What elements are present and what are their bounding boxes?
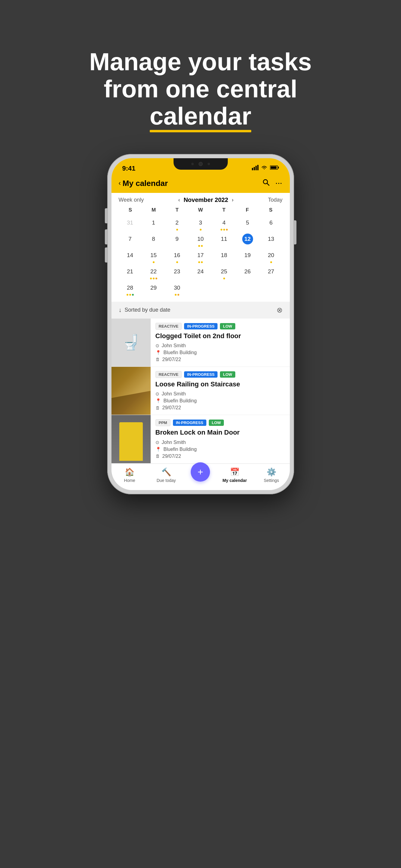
tag-in-progress-1: IN-PROGRESS	[184, 323, 218, 330]
bottom-nav: 🏠 Home 🔨 Due today + 📅 My calendar ⚙️ Se…	[111, 464, 290, 490]
task-tags-3: PPM IN-PROGRESS LOW	[156, 419, 285, 426]
nav-settings[interactable]: ⚙️ Settings	[259, 467, 283, 483]
cal-day-30[interactable]: 30	[166, 281, 189, 297]
cal-day-2[interactable]: 2	[166, 216, 189, 232]
svg-line-8	[267, 184, 269, 186]
cal-day-5[interactable]: 5	[236, 216, 259, 232]
add-icon: +	[198, 467, 203, 478]
task-card-3[interactable]: PPM IN-PROGRESS LOW Broken Lock on Main …	[111, 415, 290, 463]
cal-day-19[interactable]: 19	[236, 249, 259, 264]
calendar-section: Week only ‹ November 2022 › Today S M T …	[111, 193, 290, 302]
day-header-t2: T	[212, 206, 236, 214]
cal-day-26[interactable]: 26	[236, 265, 259, 281]
calendar-icon-2: 🗓	[156, 405, 160, 410]
cal-empty-2	[213, 281, 236, 297]
cal-day-4[interactable]: 4	[213, 216, 236, 232]
cal-day-25[interactable]: 25	[213, 265, 236, 281]
phone-mockup: 9:41	[107, 154, 294, 494]
back-button[interactable]: ‹	[119, 179, 121, 187]
cal-day-6[interactable]: 6	[260, 216, 282, 232]
calendar-grid: 31 1 2 3 4 5 6 7 8 9 10 11 12 13 14	[119, 216, 282, 297]
cal-day-9[interactable]: 9	[166, 232, 189, 248]
tag-ppm-3: PPM	[156, 419, 170, 426]
cal-day-13[interactable]: 13	[260, 232, 282, 248]
status-icons	[252, 165, 279, 172]
nav-due-today[interactable]: 🔨 Due today	[154, 467, 178, 483]
day-header-w: W	[189, 206, 212, 214]
svg-rect-0	[252, 168, 253, 170]
task-location-1: 📍 Bluefin Building	[156, 350, 285, 355]
cal-day-22[interactable]: 22	[142, 265, 165, 281]
location-icon-1: 📍	[156, 350, 161, 355]
tag-low-3: LOW	[209, 420, 224, 426]
task-tags-1: REACTIVE IN-PROGRESS LOW	[156, 323, 285, 330]
cal-day-27[interactable]: 27	[260, 265, 282, 281]
cal-day-24[interactable]: 24	[189, 265, 212, 281]
cal-day-1[interactable]: 1	[142, 216, 165, 232]
cal-empty-3	[236, 281, 259, 297]
task-list: REACTIVE IN-PROGRESS LOW Clogged Toilet …	[111, 318, 290, 464]
task-title-1: Clogged Toilet on 2nd floor	[156, 332, 285, 340]
person-icon-2: ⊙	[156, 391, 159, 397]
hero-section: Manage your tasks from one central calen…	[89, 24, 311, 130]
week-only-label[interactable]: Week only	[119, 197, 144, 203]
notch-speaker	[191, 163, 194, 165]
sort-close-button[interactable]: ⊗	[276, 306, 282, 314]
prev-month-button[interactable]: ‹	[178, 197, 180, 203]
assignee-name-1: John Smith	[162, 343, 186, 348]
calendar-nav-icon: 📅	[230, 467, 239, 477]
cal-day-18[interactable]: 18	[213, 249, 236, 264]
cal-day-3[interactable]: 3	[189, 216, 212, 232]
cal-day-8[interactable]: 8	[142, 232, 165, 248]
svg-rect-3	[257, 165, 259, 170]
cal-empty-4	[260, 281, 282, 297]
search-icon[interactable]	[262, 179, 270, 188]
calendar-icon-3: 🗓	[156, 454, 160, 459]
cal-day-21[interactable]: 21	[119, 265, 142, 281]
cal-day-15[interactable]: 15	[142, 249, 165, 264]
nav-my-calendar[interactable]: 📅 My calendar	[222, 467, 247, 483]
cal-day-14[interactable]: 14	[119, 249, 142, 264]
cal-day-7[interactable]: 7	[119, 232, 142, 248]
cal-day-31[interactable]: 31	[119, 216, 142, 232]
cal-day-23[interactable]: 23	[166, 265, 189, 281]
location-name-2: Bluefin Building	[164, 398, 197, 404]
task-content-1: REACTIVE IN-PROGRESS LOW Clogged Toilet …	[151, 318, 290, 367]
task-card-2[interactable]: REACTIVE IN-PROGRESS LOW Loose Railing o…	[111, 367, 290, 415]
tag-low-2: LOW	[220, 371, 235, 378]
notch-camera	[199, 162, 203, 166]
nav-home[interactable]: 🏠 Home	[118, 467, 142, 483]
phone-notch	[173, 158, 228, 170]
home-icon: 🏠	[125, 467, 134, 477]
task-content-2: REACTIVE IN-PROGRESS LOW Loose Railing o…	[151, 367, 290, 415]
cal-day-10[interactable]: 10	[189, 232, 212, 248]
more-icon[interactable]: ···	[276, 180, 282, 187]
cal-day-16[interactable]: 16	[166, 249, 189, 264]
cal-day-11[interactable]: 11	[213, 232, 236, 248]
location-icon-3: 📍	[156, 447, 161, 452]
person-icon-1: ⊙	[156, 343, 159, 348]
signal-icon	[252, 165, 259, 172]
tag-reactive-2: REACTIVE	[156, 371, 182, 378]
due-date-3: 29/07/22	[162, 454, 181, 459]
cal-day-12[interactable]: 12	[236, 232, 259, 248]
next-month-button[interactable]: ›	[232, 197, 233, 203]
cal-day-29[interactable]: 29	[142, 281, 165, 297]
header-title: My calendar	[123, 179, 168, 188]
phone-shell: 9:41	[107, 154, 294, 494]
due-date-1: 29/07/22	[162, 357, 181, 362]
task-title-2: Loose Railing on Staircase	[156, 380, 285, 388]
task-assignee-3: ⊙ John Smith	[156, 440, 285, 445]
task-card-1[interactable]: REACTIVE IN-PROGRESS LOW Clogged Toilet …	[111, 318, 290, 367]
cal-day-20[interactable]: 20	[260, 249, 282, 264]
battery-icon	[270, 165, 279, 172]
cal-day-28[interactable]: 28	[119, 281, 142, 297]
due-today-label: Due today	[157, 478, 176, 483]
today-button[interactable]: Today	[268, 197, 282, 203]
tag-reactive-1: REACTIVE	[156, 323, 182, 330]
task-date-1: 🗓 29/07/22	[156, 357, 285, 362]
cal-day-17[interactable]: 17	[189, 249, 212, 264]
task-meta-1: ⊙ John Smith 📍 Bluefin Building 🗓 29/07/…	[156, 343, 285, 362]
svg-rect-2	[256, 166, 257, 170]
add-fab-button[interactable]: +	[191, 462, 210, 482]
